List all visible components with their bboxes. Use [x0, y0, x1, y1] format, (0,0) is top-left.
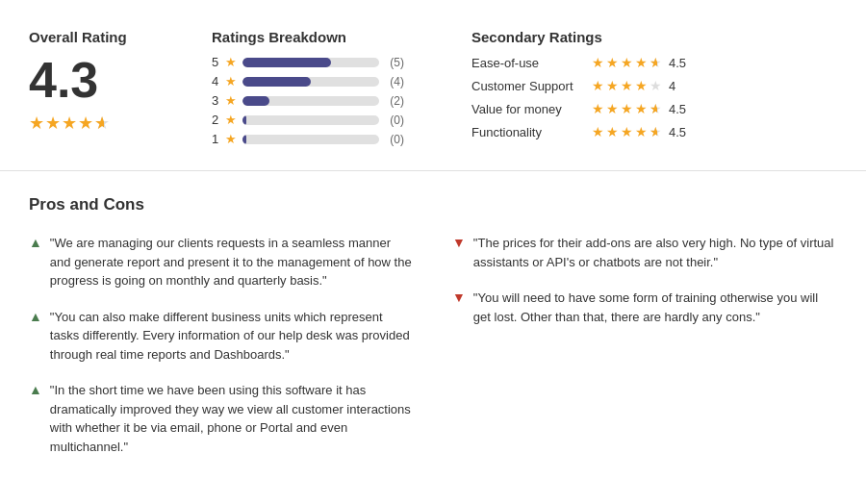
- ease-label: Ease-of-use: [471, 56, 582, 70]
- breakdown-title: Ratings Breakdown: [212, 29, 404, 45]
- functionality-stars: ★ ★ ★ ★ ★ ★ 4.5: [592, 124, 686, 139]
- up-arrow-icon-2: ▲: [29, 309, 42, 324]
- ratings-section: Overall Rating 4.3 ★ ★ ★ ★ ★ ★ Ratings B…: [0, 0, 866, 171]
- pro-item-1: ▲ "We are managing our clients requests …: [29, 234, 414, 290]
- star-icon-3: ★: [225, 93, 237, 108]
- value-label: Value for money: [471, 102, 582, 116]
- star-3: ★: [62, 113, 77, 134]
- bar-4: [242, 77, 311, 87]
- breakdown-row-1: 1 ★ (0): [212, 132, 404, 146]
- secondary-ratings-panel: Secondary Ratings Ease-of-use ★ ★ ★ ★ ★ …: [452, 29, 722, 151]
- star-1: ★: [29, 113, 44, 134]
- down-arrow-icon-2: ▼: [452, 290, 466, 305]
- up-arrow-icon-1: ▲: [29, 235, 42, 250]
- pro-text-3: "In the short time we have been using th…: [50, 381, 414, 456]
- secondary-ratings-title: Secondary Ratings: [471, 29, 722, 45]
- support-stars: ★ ★ ★ ★ ★ 4: [592, 78, 675, 93]
- cons-column: ▼ "The prices for their add-ons are also…: [452, 234, 837, 473]
- breakdown-row-3: 3 ★ (2): [212, 93, 404, 108]
- con-item-2: ▼ "You will need to have some form of tr…: [452, 289, 837, 326]
- support-score: 4: [669, 79, 675, 93]
- con-item-1: ▼ "The prices for their add-ons are also…: [452, 234, 837, 271]
- value-stars: ★ ★ ★ ★ ★ ★ 4.5: [592, 101, 686, 116]
- star-icon-5: ★: [225, 55, 237, 69]
- con-text-1: "The prices for their add-ons are also v…: [473, 234, 837, 271]
- breakdown-row-5: 5 ★ (5): [212, 55, 404, 69]
- pros-cons-section: Pros and Cons ▲ "We are managing our cli…: [0, 171, 866, 502]
- secondary-row-value: Value for money ★ ★ ★ ★ ★ ★ 4.5: [471, 101, 722, 116]
- pro-text-2: "You can also make different business un…: [50, 308, 414, 365]
- ease-stars: ★ ★ ★ ★ ★ ★ 4.5: [592, 55, 686, 70]
- star-4: ★: [78, 113, 93, 134]
- star-icon-4: ★: [225, 74, 237, 88]
- down-arrow-icon-1: ▼: [452, 235, 466, 250]
- con-text-2: "You will need to have some form of trai…: [473, 289, 837, 326]
- bar-container-5: [242, 58, 379, 67]
- star-5: ★ ★: [94, 113, 110, 134]
- overall-rating-title: Overall Rating: [29, 29, 144, 45]
- pros-cons-title: Pros and Cons: [29, 195, 837, 214]
- pro-item-3: ▲ "In the short time we have been using …: [29, 381, 414, 456]
- pro-item-2: ▲ "You can also make different business …: [29, 308, 414, 365]
- overall-rating-panel: Overall Rating 4.3 ★ ★ ★ ★ ★ ★: [29, 29, 164, 151]
- star-icon-2: ★: [225, 113, 237, 127]
- support-label: Customer Support: [471, 79, 582, 93]
- ease-score: 4.5: [669, 56, 686, 70]
- bar-1: [242, 135, 246, 144]
- star-icon-1: ★: [225, 132, 237, 146]
- bar-container-3: [242, 96, 379, 106]
- pro-text-1: "We are managing our clients requests in…: [50, 234, 414, 290]
- bar-container-2: [242, 115, 379, 125]
- secondary-row-ease: Ease-of-use ★ ★ ★ ★ ★ ★ 4.5: [471, 55, 722, 70]
- breakdown-row-4: 4 ★ (4): [212, 74, 404, 88]
- value-score: 4.5: [669, 102, 686, 116]
- star-2: ★: [45, 113, 61, 134]
- overall-score: 4.3: [29, 55, 144, 105]
- ratings-breakdown-panel: Ratings Breakdown 5 ★ (5) 4 ★ (4) 3 ★ (2…: [183, 29, 433, 151]
- secondary-row-support: Customer Support ★ ★ ★ ★ ★ 4: [471, 78, 722, 93]
- bar-2: [242, 115, 246, 125]
- pros-column: ▲ "We are managing our clients requests …: [29, 234, 414, 473]
- bar-3: [242, 96, 269, 106]
- bar-container-1: [242, 135, 379, 144]
- pros-cons-columns: ▲ "We are managing our clients requests …: [29, 234, 837, 473]
- secondary-row-functionality: Functionality ★ ★ ★ ★ ★ ★ 4.5: [471, 124, 722, 139]
- overall-stars: ★ ★ ★ ★ ★ ★: [29, 113, 110, 134]
- functionality-label: Functionality: [471, 125, 582, 139]
- bar-container-4: [242, 77, 379, 87]
- up-arrow-icon-3: ▲: [29, 382, 42, 397]
- functionality-score: 4.5: [669, 125, 686, 139]
- bar-5: [242, 58, 331, 67]
- breakdown-row-2: 2 ★ (0): [212, 113, 404, 127]
